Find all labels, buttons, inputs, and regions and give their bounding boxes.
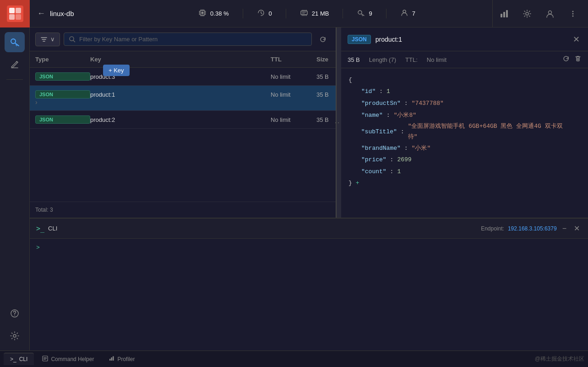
svg-rect-5 xyxy=(201,12,204,14)
tab-command-helper[interactable]: Command Helper xyxy=(36,353,100,366)
json-line[interactable]: "id" : 1 🗑 xyxy=(348,86,581,98)
stat-cpu: 0.38 % xyxy=(185,9,243,18)
key-name: product:1 xyxy=(90,91,216,98)
json-value: "小米8" xyxy=(394,110,416,121)
keys-icon xyxy=(357,9,365,18)
json-close-bracket: } xyxy=(348,178,352,188)
table-row[interactable]: JSON product:1 No limit 35 B › xyxy=(30,86,336,111)
json-add-field-btn[interactable]: + xyxy=(356,178,359,188)
row-chevron-icon: › xyxy=(35,99,90,106)
detail-length: Length (7) xyxy=(369,56,396,63)
json-line[interactable]: "count" : 1 🗑 xyxy=(348,166,581,178)
svg-rect-11 xyxy=(506,10,508,17)
more-action-btn[interactable] xyxy=(561,0,584,27)
json-line[interactable]: "subTitle" : "全面屏游戏智能手机 6GB+64GB 黑色 全网通4… xyxy=(348,121,581,142)
json-key: "productSn" xyxy=(361,99,401,109)
cli-tab-icon: >_ xyxy=(10,356,16,362)
table-row[interactable]: JSON product:3 No limit 35 B xyxy=(30,68,336,86)
tab-cli[interactable]: >_ CLI xyxy=(4,353,34,365)
col-type: Type xyxy=(35,56,90,63)
sidebar-item-edit[interactable] xyxy=(5,55,25,75)
json-content: { "id" : 1 🗑 "productSn" : "7437788" xyxy=(341,68,588,218)
total-count: Total: 3 xyxy=(30,202,336,218)
stat-memory: 21 MB xyxy=(286,9,343,18)
sidebar-bottom xyxy=(5,120,25,351)
clients-icon xyxy=(400,9,408,18)
detail-meta: 35 B Length (7) TTL: No limit xyxy=(341,51,588,68)
command-helper-tab-icon xyxy=(42,356,48,363)
app-logo xyxy=(7,5,23,22)
cli-panel: >_ CLI Endpoint: 192.168.3.105:6379 − ✕ … xyxy=(30,218,588,351)
tab-profiler[interactable]: Profiler xyxy=(102,353,141,366)
search-input[interactable] xyxy=(79,36,307,43)
back-navigation[interactable]: ← linux-db xyxy=(30,9,121,18)
json-line[interactable]: "productSn" : "7437788" 🗑 xyxy=(348,98,581,110)
json-key: "count" xyxy=(361,167,387,177)
detail-delete-btn[interactable] xyxy=(574,55,582,64)
json-key: "brandName" xyxy=(361,143,401,153)
cli-tab-label: CLI xyxy=(19,356,28,362)
table-row[interactable]: JSON product:2 No limit 35 B xyxy=(30,111,336,129)
stat-keys: 9 xyxy=(343,9,386,18)
svg-rect-0 xyxy=(9,8,15,13)
cli-prompt-icon: >_ xyxy=(36,225,44,233)
size-value: 35 B xyxy=(316,91,330,98)
json-value: "7437788" xyxy=(412,99,444,109)
ttl-value: No limit xyxy=(271,91,316,98)
json-value: "小米" xyxy=(412,143,431,153)
json-line[interactable]: "brandName" : "小米" 🗑 xyxy=(348,142,581,154)
detail-refresh-btn[interactable] xyxy=(562,55,570,64)
sidebar-settings-btn[interactable] xyxy=(5,326,25,346)
logo-area xyxy=(0,0,30,27)
clients-value: 7 xyxy=(412,10,415,17)
json-line: { xyxy=(348,75,581,86)
drag-divider[interactable]: ⋮ xyxy=(337,27,341,218)
refresh-button[interactable] xyxy=(316,32,330,47)
type-badge: JSON xyxy=(35,90,90,99)
cli-minimize-btn[interactable]: − xyxy=(561,223,568,235)
key-table: JSON product:3 No limit 35 B JSON produc… xyxy=(30,68,336,202)
cli-body[interactable]: > xyxy=(30,239,588,351)
search-box[interactable] xyxy=(64,33,312,46)
top-bar: ← linux-db 0.38 % 0 xyxy=(0,0,588,27)
svg-point-13 xyxy=(549,11,552,14)
sidebar-help-btn[interactable] xyxy=(5,303,25,323)
add-key-button[interactable]: + Key xyxy=(103,65,130,76)
cli-close-btn[interactable]: ✕ xyxy=(572,222,582,235)
left-sidebar xyxy=(0,27,30,351)
ttl-value: No limit xyxy=(271,116,316,123)
json-open-bracket: { xyxy=(348,75,352,85)
svg-rect-24 xyxy=(111,357,113,361)
filter-button[interactable]: ∨ xyxy=(35,33,60,46)
json-line[interactable]: } + xyxy=(348,178,581,189)
json-key: "id" xyxy=(361,87,376,97)
svg-point-8 xyxy=(403,10,406,13)
cpu-icon xyxy=(198,9,207,18)
json-value: 2699 xyxy=(397,155,411,165)
cli-prompt-char: > xyxy=(36,244,40,251)
detail-close-button[interactable]: ✕ xyxy=(571,33,582,46)
svg-point-19 xyxy=(14,315,15,316)
memory-icon xyxy=(300,9,308,18)
svg-rect-25 xyxy=(113,356,114,361)
json-line[interactable]: "price" : 2699 🗑 xyxy=(348,154,581,166)
json-value: 1 xyxy=(387,87,390,97)
svg-rect-23 xyxy=(109,359,111,361)
detail-type-badge: JSON xyxy=(348,35,371,44)
svg-rect-2 xyxy=(9,14,15,20)
json-value: 1 xyxy=(397,167,401,177)
detail-size: 35 B xyxy=(348,56,360,63)
size-value: 35 B xyxy=(316,73,330,80)
chart-action-btn[interactable] xyxy=(493,0,516,27)
settings-action-btn[interactable] xyxy=(516,0,539,27)
detail-panel: JSON product:1 ✕ 35 B Length (7) TTL: No… xyxy=(341,27,588,218)
cpu-value: 0.38 % xyxy=(210,10,229,17)
ops-value: 0 xyxy=(269,10,272,17)
json-line[interactable]: "name" : "小米8" 🗑 xyxy=(348,110,581,121)
endpoint-label: Endpoint: xyxy=(481,225,504,232)
sidebar-item-keys[interactable] xyxy=(5,32,25,52)
sidebar-divider xyxy=(6,79,23,80)
user-action-btn[interactable] xyxy=(539,0,561,27)
table-header: Type Key TTL Size xyxy=(30,51,336,68)
top-actions xyxy=(492,0,588,27)
